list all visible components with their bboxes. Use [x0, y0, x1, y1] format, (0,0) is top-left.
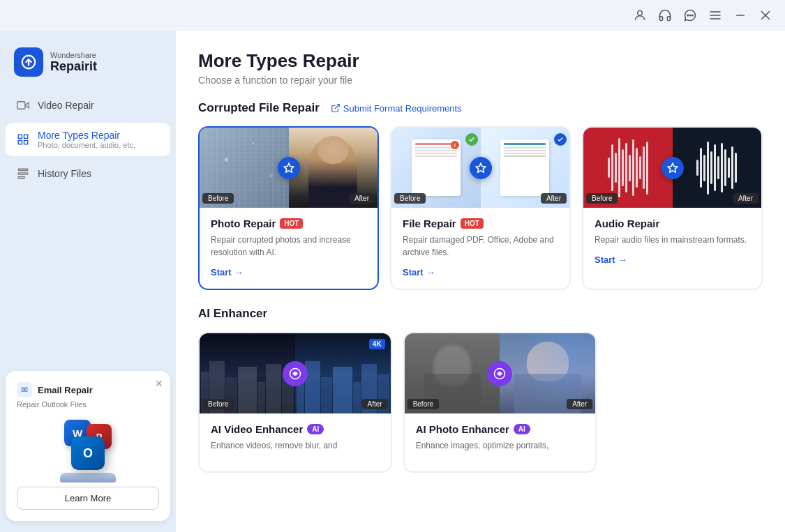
more-types-sublabel: Photo, document, audio, etc.	[38, 141, 135, 149]
svg-rect-18	[18, 169, 28, 170]
sidebar: Wondershare Repairit Video Repair More T…	[0, 31, 176, 532]
submit-format-link[interactable]: Submit Format Requirements	[331, 103, 462, 114]
menu-icon[interactable]	[707, 7, 724, 24]
svg-rect-20	[18, 177, 24, 178]
file-repair-center-icon	[470, 157, 492, 179]
svg-point-22	[294, 372, 296, 374]
ai-video-title: AI Video Enhancer	[211, 423, 303, 435]
learn-more-button[interactable]: Learn More	[17, 487, 159, 510]
file-repair-card[interactable]: ! Before	[390, 126, 571, 290]
before-label-photo-ai: Before	[408, 399, 439, 409]
photo-repair-card[interactable]: Before After Photo Repair	[198, 126, 379, 290]
photo-repair-start[interactable]: Start →	[211, 267, 366, 278]
promo-title: Email Repair	[38, 385, 93, 395]
logo-area: Wondershare Repairit	[6, 42, 170, 91]
ai-photo-enhancer-card[interactable]: Before After AI Pho	[403, 332, 597, 473]
page-title: More Types Repair	[198, 50, 763, 72]
svg-point-3	[692, 15, 694, 16]
corrupted-file-repair-cards: Before After Photo Repair	[198, 126, 763, 290]
ai-video-badge: AI	[307, 424, 324, 434]
ai-photo-image: Before After	[405, 333, 596, 413]
ai-photo-badge: AI	[514, 424, 530, 434]
grid-icon	[15, 132, 31, 147]
audio-repair-desc: Repair audio files in mainstream formats…	[595, 234, 750, 246]
sidebar-item-history-files[interactable]: History Files	[6, 159, 170, 188]
photo-repair-desc: Repair corrupted photos and increase res…	[211, 234, 366, 259]
ai-video-image: Before 4K	[200, 333, 391, 413]
svg-line-21	[335, 105, 339, 109]
file-repair-body: File Repair HOT Repair damaged PDF, Offi…	[391, 208, 569, 289]
sidebar-item-more-types-repair[interactable]: More Types Repair Photo, document, audio…	[6, 123, 170, 156]
history-files-label: History Files	[38, 168, 91, 179]
before-label-video: Before	[202, 399, 234, 409]
file-repair-desc: Repair damaged PDF, Office, Adobe and ar…	[403, 234, 558, 259]
video-icon	[15, 98, 31, 113]
ai-photo-desc: Enhance images, optimize portraits,	[416, 439, 585, 452]
account-icon[interactable]	[631, 7, 648, 24]
svg-rect-16	[24, 141, 28, 144]
page-subtitle: Choose a function to repair your file	[198, 75, 763, 86]
file-hot-badge: HOT	[461, 218, 484, 229]
promo-close-button[interactable]: ✕	[155, 378, 163, 389]
promo-illustration: W O P	[17, 417, 159, 480]
ai-video-enhancer-card[interactable]: Before 4K	[198, 332, 392, 473]
svg-rect-19	[18, 173, 28, 174]
ai-photo-title: AI Photo Enhancer	[416, 423, 509, 435]
more-types-label: More Types Repair	[38, 130, 135, 141]
photo-repair-body: Photo Repair HOT Repair corrupted photos…	[200, 208, 377, 289]
app-name: Repairit	[50, 59, 97, 74]
corrupted-file-repair-header: Corrupted File Repair Submit Format Requ…	[198, 101, 763, 115]
brand-name: Wondershare	[50, 51, 97, 59]
promo-card: ✕ ✉ Email Repair Repair Outlook Files W …	[6, 371, 170, 521]
photo-repair-title: Photo Repair	[211, 218, 276, 229]
video-repair-label: Video Repair	[38, 100, 94, 111]
main-content: More Types Repair Choose a function to r…	[176, 31, 785, 532]
ai-video-center-icon	[283, 361, 308, 386]
after-label-video: After	[362, 399, 388, 409]
svg-rect-14	[18, 135, 22, 138]
svg-rect-15	[24, 135, 28, 138]
file-repair-image: ! Before	[391, 128, 569, 208]
section-title-ai: AI Enhancer	[198, 307, 267, 321]
photo-repair-center-icon	[278, 157, 300, 179]
ai-video-body: AI Video Enhancer AI Enhance videos, rem…	[200, 413, 391, 471]
photo-repair-image: Before After	[200, 128, 377, 208]
history-icon	[15, 166, 31, 181]
audio-repair-title: Audio Repair	[595, 218, 659, 229]
file-repair-title: File Repair	[403, 218, 456, 229]
sidebar-item-video-repair[interactable]: Video Repair	[6, 91, 170, 120]
svg-rect-13	[17, 102, 25, 109]
ai-video-desc: Enhance videos, remove blur, and	[211, 439, 380, 452]
headset-icon[interactable]	[657, 7, 673, 24]
outlook-icon: O	[71, 436, 105, 470]
promo-subtitle: Repair Outlook Files	[17, 400, 159, 409]
svg-marker-12	[25, 102, 29, 108]
svg-point-0	[638, 10, 643, 15]
after-label-audio: After	[733, 193, 758, 204]
before-label-audio: Before	[586, 193, 618, 204]
photo-hot-badge: HOT	[280, 218, 303, 229]
chat-icon[interactable]	[682, 7, 698, 24]
ai-photo-center-icon	[487, 361, 512, 386]
audio-repair-center-icon	[661, 157, 684, 179]
4k-badge: 4K	[369, 339, 385, 349]
audio-repair-image: Before	[583, 128, 761, 208]
submit-format-text: Submit Format Requirements	[343, 103, 462, 114]
svg-point-1	[689, 15, 691, 16]
after-label-photo: After	[349, 193, 375, 204]
ai-enhancer-header: AI Enhancer	[198, 307, 763, 321]
svg-point-23	[499, 372, 500, 374]
svg-point-2	[687, 15, 689, 16]
file-repair-start[interactable]: Start →	[403, 267, 558, 278]
ai-enhancer-cards: Before 4K	[198, 332, 763, 473]
section-title-corrupted: Corrupted File Repair	[198, 101, 320, 115]
after-label-file: After	[541, 193, 567, 204]
platform-base	[60, 473, 116, 482]
audio-repair-start[interactable]: Start →	[595, 254, 750, 265]
audio-repair-card[interactable]: Before	[582, 126, 763, 290]
minimize-icon[interactable]	[732, 7, 749, 24]
email-icon: ✉	[17, 382, 32, 397]
app-logo	[14, 47, 43, 77]
audio-repair-body: Audio Repair Repair audio files in mains…	[583, 208, 761, 276]
close-icon[interactable]	[757, 7, 774, 24]
